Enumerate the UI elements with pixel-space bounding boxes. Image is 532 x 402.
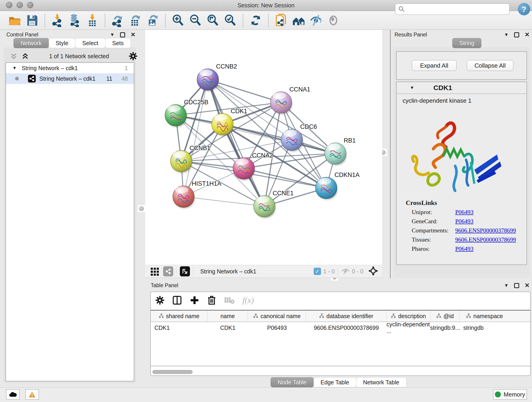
gene-description: cyclin-dependent kinase 1 [403,97,526,104]
export-network-icon[interactable] [111,13,125,27]
network-edge[interactable] [184,80,208,197]
column-header-name[interactable]: name [208,311,248,322]
crosslink-link[interactable]: 9606.ENSP00000378699 [455,236,516,243]
crosslink-link[interactable]: P06493 [455,218,473,225]
zoom-in-icon[interactable] [171,13,185,27]
zoom-fit-icon[interactable] [206,13,220,27]
memory-button[interactable]: Memory [493,389,527,400]
table-tab-node-table[interactable]: Node Table [271,377,314,387]
node-highlight [173,151,186,158]
table-body: CDK1CDK1P064939606.ENSP00000378699cyclin… [151,322,531,333]
tab-sets[interactable]: Sets [105,38,131,48]
node-label-cdc6: CDC6 [300,123,317,130]
selection-counts: ✓ 1 - 0 [314,268,335,275]
table-tab-network-table[interactable]: Network Table [356,377,406,387]
import-network-database-icon[interactable] [68,13,82,27]
results-tab-string[interactable]: String [452,38,481,48]
section-collapse-icon[interactable]: ▼ [410,85,414,90]
panel-close-icon[interactable]: ✕ [525,282,530,289]
search-box[interactable] [395,3,510,15]
crosslink-link[interactable]: P06493 [455,245,473,252]
table-cell[interactable]: 9606.ENSP00000378699 [306,322,386,333]
toolbar-separator [243,14,243,27]
network-edge[interactable] [184,197,264,206]
control-panel-tabs: NetworkStyleSelectSets [14,38,131,48]
tab-network[interactable]: Network [13,38,49,48]
export-table-icon[interactable] [128,13,142,27]
network-edge[interactable] [208,80,264,206]
first-neighbors-icon[interactable] [274,13,288,27]
zoom-selected-icon[interactable] [223,13,237,27]
grid-view-icon[interactable] [150,267,159,276]
network-row-selected[interactable]: String Network – cdk1 11 48 [6,73,134,84]
import-table-file-icon[interactable] [85,13,99,27]
table-cell[interactable]: P06493 [248,322,306,333]
crosslink-row: Compartments:9606.ENSP00000378699 [412,227,526,234]
show-all-icon[interactable] [326,13,341,27]
column-header-canonical-name[interactable]: canonical name [248,311,306,322]
crosslink-link[interactable]: 9606.ENSP00000378699 [455,227,516,234]
refresh-icon[interactable] [249,13,263,27]
zoom-out-icon[interactable] [188,13,203,27]
network-status-dot-icon [15,77,19,80]
column-header-shared-name[interactable]: shared name [151,311,208,322]
table-header-row: shared namenamecanonical namedatabase id… [151,311,531,322]
hide-selected-icon[interactable] [309,13,323,27]
column-header-database-identifier[interactable]: database identifier [306,311,386,322]
memory-status-dot-icon [495,391,501,397]
warnings-button[interactable] [25,389,39,400]
column-header-namespace[interactable]: namespace [460,311,531,322]
birdseye-view-icon[interactable] [180,266,190,276]
tab-style[interactable]: Style [49,38,76,48]
panel-float-icon[interactable]: ▼ [110,32,114,37]
table-cell[interactable]: cyclin-dependent ... [386,322,431,333]
expand-all-icon[interactable] [10,52,18,60]
string-results-toolbar: Expand All Collapse All [396,51,527,80]
fit-content-icon[interactable] [368,266,378,277]
panel-close-icon[interactable]: ✕ [131,31,136,38]
open-session-icon[interactable] [7,13,22,27]
panel-float-icon[interactable]: ▼ [504,283,509,288]
network-graph[interactable]: CCNB2CCNA1CDC25BCDK1CDC6RB1CCNB1CCNA2CDK… [145,30,382,265]
network-canvas[interactable]: CCNB2CCNA1CDC25BCDK1CDC6RB1CCNB1CCNA2CDK… [145,30,382,265]
table-row[interactable]: CDK1CDK1P064939606.ENSP00000378699cyclin… [151,322,531,333]
collapse-all-button[interactable]: Collapse All [467,60,513,71]
import-network-file-icon[interactable] [51,13,65,27]
gene-section-header[interactable]: ▼ CDK1 [397,82,526,94]
network-collection-row[interactable]: ▼ String Network – cdk1 1 [6,63,134,73]
column-header--id[interactable]: @id [431,311,460,322]
help-icon[interactable]: ? [518,3,530,15]
table-cell[interactable]: CDK1 [151,322,208,333]
export-image-icon[interactable] [146,13,160,27]
search-input[interactable] [405,6,509,12]
network-edge[interactable] [208,80,281,102]
tab-select[interactable]: Select [75,38,105,48]
left-splitter-handle[interactable] [137,204,146,213]
panel-maximize-icon[interactable] [514,32,519,37]
add-column-icon[interactable] [190,295,199,305]
network-share-view-icon[interactable] [163,266,173,276]
table-options-gear-icon[interactable] [155,296,165,305]
collapse-all-icon[interactable] [21,52,29,60]
column-header-description[interactable]: description [386,311,431,322]
delete-column-icon[interactable] [207,295,216,305]
crosslink-link[interactable]: P06493 [455,209,473,216]
network-options-gear-icon[interactable] [129,52,138,61]
table-cell[interactable]: stringdb [460,322,531,333]
table-horizontal-scrollbar[interactable] [152,370,193,374]
save-session-icon[interactable] [25,13,39,27]
panel-float-icon[interactable]: ▼ [504,32,509,37]
cloud-status-button[interactable] [6,389,20,400]
selected-checkbox-icon[interactable]: ✓ [314,268,321,275]
panel-maximize-icon[interactable] [514,283,519,288]
panel-maximize-icon[interactable] [120,32,125,37]
table-cell[interactable]: stringdb:9... [431,322,460,333]
home-networks-icon[interactable] [291,13,306,27]
panel-close-icon[interactable]: ✕ [525,31,530,38]
table-tab-edge-table[interactable]: Edge Table [313,377,356,387]
table-cell[interactable]: CDK1 [208,322,248,333]
expand-all-button[interactable]: Expand All [412,60,457,71]
column-header-label: @id [443,313,454,319]
tree-expand-icon[interactable]: ▼ [12,65,17,70]
show-columns-icon[interactable] [172,295,182,305]
